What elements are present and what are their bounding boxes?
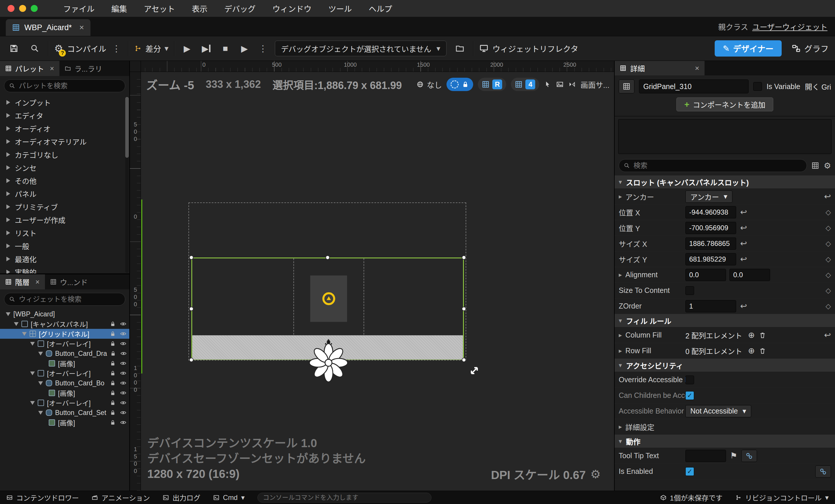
compile-options-icon[interactable]: ⋮ bbox=[110, 43, 122, 54]
expander-icon[interactable] bbox=[6, 139, 10, 144]
anchor-dropdown[interactable]: アンカー ▾ bbox=[686, 190, 732, 203]
tree-row-overlay[interactable]: [オーバーレイ] bbox=[0, 368, 129, 378]
expander-icon[interactable] bbox=[6, 191, 10, 196]
resize-handle-bottom-right[interactable] bbox=[462, 358, 466, 362]
palette-category[interactable]: その他 bbox=[0, 174, 129, 187]
widget-type-icon-button[interactable] bbox=[619, 79, 634, 93]
unsaved-assets-button[interactable]: 1個が未保存です bbox=[660, 492, 722, 503]
lock-icon[interactable] bbox=[109, 370, 116, 377]
expander-icon[interactable] bbox=[22, 332, 27, 336]
palette-category[interactable]: パネル bbox=[0, 187, 129, 200]
visibility-eye-icon[interactable] bbox=[120, 321, 126, 327]
menu-window[interactable]: ウィンドウ bbox=[272, 3, 311, 14]
menu-asset[interactable]: アセット bbox=[144, 3, 175, 14]
tree-row-button-card-dra[interactable]: Button_Card_Dra bbox=[0, 348, 129, 358]
designer-mode-button[interactable]: ✎ デザイナー bbox=[715, 40, 782, 57]
palette-category[interactable]: 実験的 bbox=[0, 265, 129, 274]
property-binding-diamond-icon[interactable]: ◇ bbox=[826, 208, 831, 216]
debug-object-dropdown[interactable]: デバッグオブジェクトが選択されていません ▾ bbox=[275, 41, 447, 56]
section-fill-rules[interactable]: ▾ フィル ルール bbox=[615, 314, 835, 327]
designer-canvas[interactable]: 0 500 1000 1500 2000 2500 500 0 500 1000… bbox=[130, 61, 614, 491]
graph-mode-button[interactable]: グラフ bbox=[792, 43, 829, 54]
property-binding-diamond-icon[interactable]: ◇ bbox=[826, 302, 831, 310]
palette-search-input[interactable] bbox=[19, 82, 120, 90]
property-binding-diamond-icon[interactable]: ◇ bbox=[826, 224, 831, 232]
palette-category[interactable]: 最適化 bbox=[0, 252, 129, 265]
property-binding-diamond-icon[interactable]: ◇ bbox=[826, 286, 831, 295]
tree-row-image[interactable]: [画像] bbox=[0, 358, 129, 368]
expander-icon[interactable] bbox=[6, 204, 10, 209]
cursor-tool-button[interactable] bbox=[544, 81, 551, 88]
menu-debug[interactable]: デバッグ bbox=[224, 3, 256, 14]
can-children-accessible-checkbox[interactable]: ✓ bbox=[686, 391, 694, 400]
expander-icon[interactable] bbox=[38, 352, 43, 356]
parent-class-link[interactable]: ユーザーウィジェット bbox=[752, 21, 828, 32]
menu-help[interactable]: ヘルプ bbox=[368, 3, 392, 14]
tab-wbp-aicard[interactable]: WBP_Aicard* × bbox=[6, 19, 90, 36]
pos-y-input[interactable] bbox=[686, 222, 736, 234]
widget-name-input[interactable] bbox=[639, 79, 749, 93]
resize-handle-bottom-left[interactable] bbox=[189, 358, 194, 362]
reset-to-default-icon[interactable]: ↩ bbox=[824, 192, 831, 201]
details-settings-gear-icon[interactable]: ⚙ bbox=[824, 161, 831, 170]
save-button[interactable] bbox=[6, 41, 21, 56]
expander-icon[interactable] bbox=[30, 371, 35, 375]
row-expander-icon[interactable]: ▸ bbox=[619, 347, 622, 355]
size-x-input[interactable] bbox=[686, 238, 736, 250]
reset-to-default-icon[interactable]: ↩ bbox=[740, 223, 747, 233]
visibility-eye-icon[interactable] bbox=[120, 340, 126, 347]
localization-preview-dropdown[interactable]: なし bbox=[416, 79, 442, 90]
pos-x-input[interactable] bbox=[686, 206, 736, 218]
launch-button[interactable]: ▶ bbox=[238, 42, 251, 55]
expander-icon[interactable] bbox=[6, 165, 10, 170]
property-binding-diamond-icon[interactable]: ◇ bbox=[826, 271, 831, 279]
tree-row-button-card-bo[interactable]: Button_Card_Bo bbox=[0, 378, 129, 388]
tab-wind[interactable]: ウ...ンド bbox=[45, 274, 93, 289]
row-expander-icon[interactable]: ▸ bbox=[619, 271, 622, 279]
zorder-input[interactable] bbox=[686, 300, 736, 312]
reset-to-default-icon[interactable]: ↩ bbox=[824, 330, 831, 340]
anchor-flower-widget[interactable] bbox=[307, 341, 350, 386]
add-component-button[interactable]: + コンポーネントを追加 bbox=[676, 97, 773, 112]
add-array-element-icon[interactable]: ⊕ bbox=[748, 346, 755, 356]
lock-icon[interactable] bbox=[109, 330, 116, 337]
console-command-input[interactable] bbox=[258, 493, 431, 503]
visibility-eye-icon[interactable] bbox=[120, 409, 126, 416]
menu-view[interactable]: 表示 bbox=[192, 3, 207, 14]
reset-to-default-icon[interactable]: ↩ bbox=[740, 301, 747, 311]
size-to-content-checkbox[interactable] bbox=[686, 286, 694, 295]
play-advance-button[interactable]: ▶ bbox=[200, 42, 213, 55]
menu-tools[interactable]: ツール bbox=[328, 3, 352, 14]
clear-array-icon[interactable] bbox=[759, 331, 766, 339]
lock-icon[interactable] bbox=[109, 360, 116, 366]
palette-category[interactable]: カテゴリなし bbox=[0, 148, 129, 161]
close-window-button[interactable] bbox=[7, 5, 15, 12]
row-expander-icon[interactable]: ▸ bbox=[619, 423, 622, 431]
expander-icon[interactable] bbox=[30, 401, 35, 405]
add-array-element-icon[interactable]: ⊕ bbox=[748, 330, 755, 340]
safe-zone-lock-toggle[interactable] bbox=[447, 78, 473, 91]
open-widget-link[interactable]: 開く Gri bbox=[805, 81, 831, 92]
visibility-eye-icon[interactable] bbox=[120, 400, 126, 406]
details-search-input[interactable] bbox=[633, 162, 802, 170]
reset-to-default-icon[interactable]: ↩ bbox=[740, 239, 747, 248]
tree-row-canvas-panel[interactable]: [キャンバスパネル] bbox=[0, 319, 129, 329]
expander-icon[interactable] bbox=[6, 218, 10, 222]
visibility-eye-icon[interactable] bbox=[120, 390, 126, 396]
expander-icon[interactable] bbox=[6, 113, 10, 118]
palette-category[interactable]: オーディオマテリアル bbox=[0, 135, 129, 148]
property-binding-diamond-icon[interactable]: ◇ bbox=[826, 255, 831, 263]
property-binding-diamond-icon[interactable]: ◇ bbox=[826, 240, 831, 248]
lock-icon[interactable] bbox=[109, 400, 116, 406]
tree-row-root[interactable]: [WBP_Aicard] bbox=[0, 309, 129, 319]
revision-control-button[interactable]: リビジョンコントロール ▾ bbox=[735, 492, 829, 503]
card-widget-preview[interactable] bbox=[310, 276, 347, 322]
r-toggle[interactable]: R bbox=[492, 79, 502, 89]
minimize-window-button[interactable] bbox=[19, 5, 26, 12]
menu-edit[interactable]: 編集 bbox=[111, 3, 127, 14]
expander-icon[interactable] bbox=[38, 381, 43, 385]
lock-icon[interactable] bbox=[110, 350, 116, 357]
expander-icon[interactable] bbox=[38, 411, 43, 415]
visibility-eye-icon[interactable] bbox=[120, 419, 126, 426]
bind-tooltip-button[interactable] bbox=[741, 450, 757, 462]
